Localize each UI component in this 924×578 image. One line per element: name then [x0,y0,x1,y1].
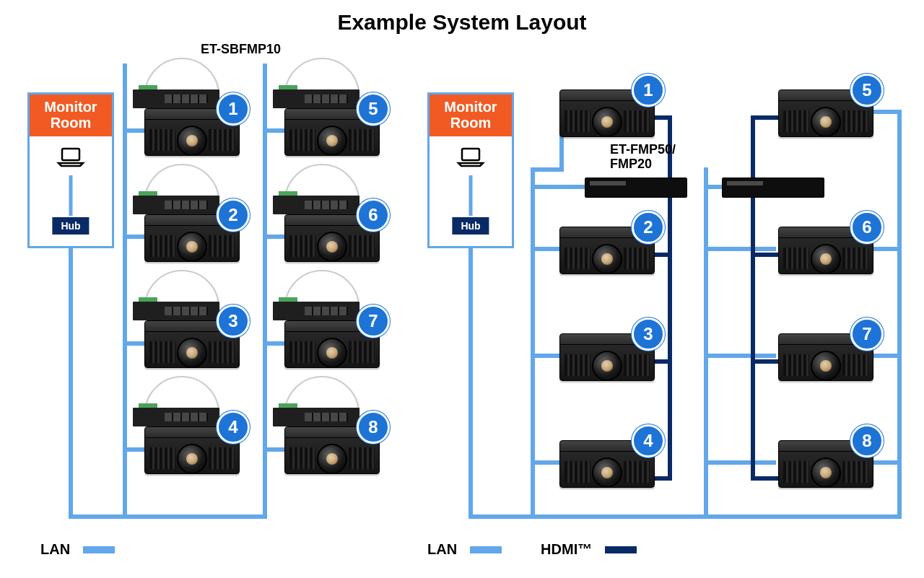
projector-badge: 8 [357,411,390,444]
legend-hdmi-label: HDMI™ [541,541,592,558]
page-title: Example System Layout [0,10,924,35]
projector-badge: 6 [850,211,884,244]
lan-line [704,167,708,519]
laptop-icon [456,146,485,171]
hdmi-line [751,115,755,481]
projector-badge: 7 [850,318,884,351]
monitor-room-label-l2: Room [51,115,92,131]
monitor-room-label-l1: Monitor [444,99,497,115]
legend-right: LAN HDMI™ [427,541,637,558]
lan-line [704,460,776,465]
hdmi-line [751,115,778,120]
svg-rect-0 [62,149,79,160]
projector-badge: 1 [217,92,250,126]
lan-line [873,460,902,465]
projector-badge: 3 [632,318,665,351]
hub-label-left: Hub [52,217,89,235]
monitor-room-label-l1: Monitor [44,99,97,115]
projector-badge: 4 [632,424,665,457]
hdmi-line [751,253,778,257]
lan-line [704,354,776,358]
projector-badge: 2 [217,198,250,232]
lan-line [531,247,559,251]
legend-lan-label: LAN [40,541,70,558]
legend-left: LAN [40,541,115,558]
lan-line [531,354,559,358]
fmp-unit [722,178,824,198]
hdmi-line [751,359,778,364]
lan-line [704,247,776,251]
projector-badge: 3 [217,305,250,338]
lan-line [468,248,473,519]
lan-line [69,514,267,519]
monitor-room-left: Monitor Room Hub [27,92,114,248]
legend-lan-label: LAN [427,541,457,558]
projector-badge: 5 [850,74,884,107]
projector-badge: 1 [632,74,665,107]
lan-swatch [83,546,115,553]
projector-badge: 4 [217,411,250,444]
svg-rect-1 [462,149,479,160]
lan-line [531,167,535,519]
lan-line [873,110,902,114]
lan-line [531,185,588,189]
lan-line [873,354,902,358]
projector-badge: 6 [357,198,390,232]
lan-line [531,167,559,172]
projector-badge: 5 [357,92,390,126]
hdmi-line [751,476,778,481]
lan-line [469,175,473,216]
laptop-icon [56,146,85,171]
hdmi-swatch [605,546,637,553]
board-model-label: ET-SBFMP10 [201,42,281,57]
projector-badge: 2 [632,211,665,244]
lan-line [69,248,73,519]
projector-badge: 8 [850,424,884,457]
projector-badge: 7 [357,305,390,338]
lan-line [69,175,73,216]
fmp-model-label: ET-FMP50/FMP20 [610,143,676,172]
monitor-room-label-l2: Room [450,115,492,131]
monitor-room-right: Monitor Room Hub [427,92,514,248]
hub-label-right: Hub [452,217,489,235]
fmp-unit [585,178,687,198]
lan-swatch [470,546,502,553]
lan-line [897,110,902,519]
lan-line [531,460,559,465]
lan-line [873,247,902,251]
